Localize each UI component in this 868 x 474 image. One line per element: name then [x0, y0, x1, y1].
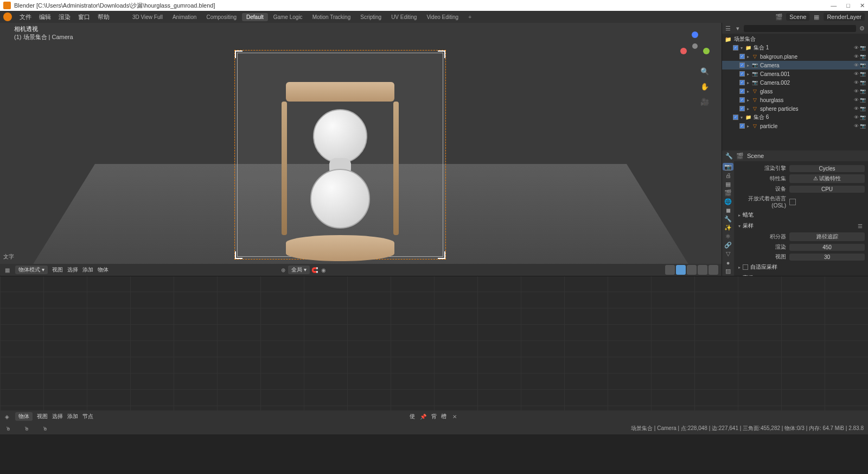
navigation-gizmo[interactable]: [680, 31, 710, 61]
outliner-scene-collection[interactable]: 📁 场景集合: [722, 35, 868, 43]
collection-toggle[interactable]: ✓: [739, 62, 745, 68]
pan-icon[interactable]: ✋: [700, 81, 710, 91]
hourglass-model[interactable]: [275, 82, 405, 261]
tl-slot[interactable]: 槽: [441, 413, 446, 420]
close-icon[interactable]: ✕: [451, 413, 458, 420]
axis-z-icon[interactable]: [692, 31, 698, 38]
outliner-item[interactable]: ✓▸▽particle👁📷: [722, 122, 868, 130]
ptab-material[interactable]: ●: [723, 259, 733, 267]
maximize-button[interactable]: □: [846, 2, 850, 9]
render-icon[interactable]: 📷: [860, 80, 866, 85]
collection-toggle[interactable]: ✓: [739, 97, 745, 103]
overlay-toggle[interactable]: [665, 265, 675, 275]
menu-window[interactable]: 窗口: [78, 13, 90, 21]
zoom-icon[interactable]: 🔍: [700, 66, 710, 76]
ptab-modifier[interactable]: 🔧: [723, 215, 733, 223]
close-button[interactable]: ✕: [860, 2, 865, 9]
add-workspace-button[interactable]: +: [464, 13, 476, 21]
shading-solid[interactable]: [687, 265, 697, 275]
collection-toggle[interactable]: ✓: [739, 89, 745, 94]
vp-menu-view[interactable]: 视图: [52, 266, 63, 274]
tl-node[interactable]: 节点: [82, 413, 93, 420]
outliner-tree[interactable]: 📁 场景集合 ✓▾📁集合 1👁📷✓▸▽bakgroun.plane👁📷✓▸📷Ca…: [722, 34, 868, 150]
panel-sampling[interactable]: ▾采样☰: [737, 220, 865, 231]
outliner-editor-icon[interactable]: ☰: [724, 24, 732, 32]
collection-toggle[interactable]: ✓: [733, 45, 738, 50]
tab-3dviewfull[interactable]: 3D View Full: [128, 13, 167, 21]
blender-logo-icon[interactable]: [3, 12, 12, 21]
tab-scripting[interactable]: Scripting: [356, 13, 386, 21]
render-icon[interactable]: 📷: [860, 123, 866, 129]
menu-file[interactable]: 文件: [20, 13, 31, 21]
bottom-editor[interactable]: ◈ 物体 视图 选择 添加 节点 使 📌 背 槽 ✕: [0, 276, 868, 422]
ptab-world[interactable]: 🌐: [723, 198, 733, 205]
visibility-icon[interactable]: 👁: [854, 80, 859, 85]
outliner-search[interactable]: [744, 25, 856, 32]
ptab-particle[interactable]: ✨: [723, 224, 733, 232]
tl-add[interactable]: 添加: [67, 413, 78, 420]
outliner-item[interactable]: ✓▸▽bakgroun.plane👁📷: [722, 52, 868, 61]
visibility-icon[interactable]: 👁: [854, 54, 859, 59]
visibility-icon[interactable]: 👁: [854, 71, 859, 77]
panel-grease[interactable]: ▸蜡笔: [737, 210, 865, 220]
ptab-render[interactable]: 📷: [723, 163, 733, 170]
feature-set-select[interactable]: ⚠ 试验特性: [789, 174, 865, 183]
collection-toggle[interactable]: ✓: [733, 115, 738, 120]
render-icon[interactable]: 📷: [860, 45, 866, 50]
render-icon[interactable]: 📷: [860, 62, 866, 68]
properties-content[interactable]: 渲染引擎Cycles 特性集⚠ 试验特性 设备CPU 开放式着色语言 (OSL)…: [734, 161, 868, 276]
render-icon[interactable]: 📷: [860, 115, 866, 120]
vp-menu-add[interactable]: 添加: [82, 266, 93, 274]
tl-select[interactable]: 选择: [52, 413, 63, 420]
camera-view-icon[interactable]: 🎥: [700, 97, 710, 106]
preset-icon[interactable]: ☰: [856, 222, 864, 230]
outliner-filter-icon[interactable]: ⚙: [858, 24, 866, 32]
tab-compositing[interactable]: Compositing: [202, 13, 241, 21]
tl-back[interactable]: 背: [431, 413, 437, 420]
node-editor-icon[interactable]: ◈: [3, 413, 11, 420]
device-select[interactable]: CPU: [789, 186, 865, 193]
collection-toggle[interactable]: ✓: [739, 106, 745, 111]
ptab-texture[interactable]: ▨: [723, 268, 733, 275]
visibility-icon[interactable]: 👁: [854, 106, 859, 111]
render-samples-input[interactable]: 450: [789, 244, 865, 251]
ptab-constraint[interactable]: 🔗: [723, 242, 733, 249]
editor-type-icon[interactable]: ▦: [3, 266, 11, 274]
orientation-icon[interactable]: ⊕: [279, 266, 287, 274]
ptab-scene[interactable]: 🎬: [723, 189, 733, 197]
3d-viewport[interactable]: 相机透视 (1) 场景集合 | Camera �: [0, 23, 722, 276]
render-icon[interactable]: 📷: [860, 54, 866, 59]
visibility-icon[interactable]: 👁: [854, 123, 859, 129]
tab-videoediting[interactable]: Video Editing: [422, 13, 463, 21]
scene-selector[interactable]: Scene: [786, 13, 809, 21]
outliner-item[interactable]: ✓▸▽sphere particles👁📷: [722, 104, 868, 113]
menu-edit[interactable]: 编辑: [39, 13, 51, 21]
axis-x-icon[interactable]: [680, 48, 687, 54]
ptab-viewlayer[interactable]: ▦: [723, 180, 733, 188]
render-icon[interactable]: 📷: [860, 97, 866, 103]
integrator-select[interactable]: 路径追踪: [789, 232, 865, 241]
render-engine-select[interactable]: Cycles: [789, 165, 865, 172]
tl-use[interactable]: 使: [410, 413, 415, 420]
menu-help[interactable]: 帮助: [98, 13, 110, 21]
render-icon[interactable]: 📷: [860, 89, 866, 94]
transform-orientation[interactable]: 全局 ▾: [288, 266, 310, 274]
tab-default[interactable]: Default: [242, 13, 268, 21]
props-editor-icon[interactable]: 🔧: [725, 152, 733, 160]
pin-icon[interactable]: 📌: [419, 413, 427, 420]
visibility-icon[interactable]: 👁: [854, 115, 859, 120]
tab-gamelogic[interactable]: Game Logic: [269, 13, 307, 21]
shading-rendered[interactable]: [709, 265, 718, 275]
outliner-item[interactable]: ✓▾📁集合 1👁📷: [722, 43, 868, 52]
collection-toggle[interactable]: ✓: [739, 71, 745, 77]
ptab-physics[interactable]: ⚛: [723, 233, 733, 241]
axis-y-icon[interactable]: [703, 48, 710, 54]
minimize-button[interactable]: —: [831, 2, 837, 9]
outliner-item[interactable]: ✓▸📷Camera👁📷: [722, 61, 868, 69]
tab-uvediting[interactable]: UV Editing: [387, 13, 421, 21]
visibility-icon[interactable]: 👁: [854, 45, 859, 50]
ptab-object[interactable]: ◼: [723, 206, 733, 214]
outliner-item[interactable]: ✓▸📷Camera.002👁📷: [722, 78, 868, 87]
proportional-icon[interactable]: ◉: [320, 266, 327, 274]
osl-checkbox[interactable]: [789, 199, 796, 205]
